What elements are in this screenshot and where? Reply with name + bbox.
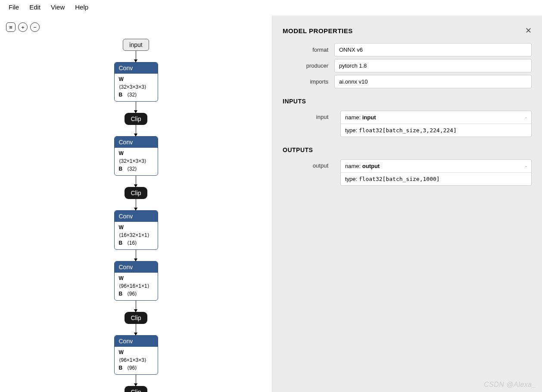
producer-label: producer (283, 62, 334, 69)
inputs-heading: INPUTS (283, 98, 532, 105)
conv-title: Conv (115, 261, 158, 273)
arrow (136, 102, 136, 113)
arrow (136, 199, 136, 210)
menu-file[interactable]: File (4, 3, 23, 12)
toolbar: ≡ + − (0, 20, 46, 34)
input-node[interactable]: input (123, 39, 149, 51)
sidebar-toggle-button[interactable]: ≡ (6, 22, 16, 32)
conv-node[interactable]: ConvW ⟨96×1×3×3⟩B ⟨96⟩ (114, 335, 158, 375)
conv-title: Conv (115, 336, 158, 347)
zoom-out-button[interactable]: − (30, 22, 40, 32)
arrow (136, 324, 136, 335)
imports-value: ai.onnx v10 (334, 75, 532, 88)
arrow (136, 176, 136, 187)
conv-node[interactable]: ConvW ⟨16×32×1×1⟩B ⟨16⟩ (114, 210, 158, 250)
arrow (136, 51, 136, 62)
menu-edit[interactable]: Edit (25, 3, 45, 12)
arrow (136, 375, 136, 386)
conv-node[interactable]: ConvW ⟨32×1×3×3⟩B ⟨32⟩ (114, 136, 158, 176)
clip-node[interactable]: Clip (125, 187, 147, 199)
conv-node[interactable]: ConvW ⟨32×3×3×3⟩B ⟨32⟩ (114, 62, 158, 102)
outputs-heading: OUTPUTS (283, 146, 532, 153)
clip-node[interactable]: Clip (125, 312, 147, 324)
conv-title: Conv (115, 137, 158, 148)
zoom-in-button[interactable]: + (18, 22, 28, 32)
conv-node[interactable]: ConvW ⟨96×16×1×1⟩B ⟨96⟩ (114, 261, 158, 301)
imports-label: imports (283, 78, 334, 85)
conv-params: W ⟨96×16×1×1⟩B ⟨96⟩ (115, 273, 158, 300)
graph: input ConvW ⟨32×3×3×3⟩B ⟨32⟩ClipConvW ⟨3… (0, 16, 272, 392)
conv-params: W ⟨16×32×1×1⟩B ⟨16⟩ (115, 222, 158, 249)
producer-value: pytorch 1.8 (334, 59, 532, 72)
conv-params: W ⟨32×3×3×3⟩B ⟨32⟩ (115, 74, 158, 101)
close-icon[interactable]: ✕ (525, 26, 532, 35)
menu-help[interactable]: Help (71, 3, 93, 12)
output-row-label: output (283, 162, 334, 169)
input-row-label: input (283, 114, 334, 120)
properties-panel: MODEL PROPERTIES ✕ format ONNX v6 produc… (272, 16, 542, 392)
menu-view[interactable]: View (47, 3, 69, 12)
conv-title: Conv (115, 211, 158, 222)
arrow (136, 250, 136, 261)
graph-panel[interactable]: ≡ + − input ConvW ⟨32×3×3×3⟩B ⟨32⟩ClipCo… (0, 16, 272, 392)
conv-params: W ⟨32×1×3×3⟩B ⟨32⟩ (115, 148, 158, 175)
output-detail: name: output- type: float32[batch_size,1… (340, 159, 532, 186)
conv-title: Conv (115, 62, 158, 74)
arrow (136, 301, 136, 312)
arrow (136, 125, 136, 136)
input-detail: name: input- type: float32[batch_size,3,… (340, 111, 532, 137)
watermark: CSDN @Alexa_ (484, 381, 536, 389)
main-area: ≡ + − input ConvW ⟨32×3×3×3⟩B ⟨32⟩ClipCo… (0, 16, 542, 392)
conv-params: W ⟨96×1×3×3⟩B ⟨96⟩ (115, 347, 158, 374)
clip-node[interactable]: Clip (125, 386, 147, 392)
panel-title: MODEL PROPERTIES (283, 27, 353, 34)
menubar: File Edit View Help (0, 0, 542, 14)
clip-node[interactable]: Clip (125, 113, 147, 125)
format-value: ONNX v6 (334, 43, 532, 56)
format-label: format (283, 47, 334, 53)
